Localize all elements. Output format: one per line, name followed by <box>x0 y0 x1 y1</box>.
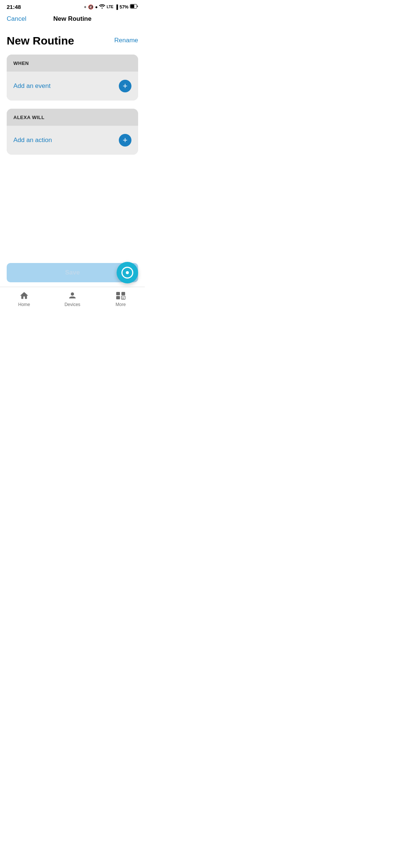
location-icon: ● <box>95 4 98 10</box>
svg-rect-1 <box>131 5 134 8</box>
home-icon <box>19 291 29 300</box>
rename-button[interactable]: Rename <box>114 34 138 44</box>
nav-label-devices: Devices <box>65 302 81 307</box>
nav-item-devices[interactable]: Devices <box>48 291 97 307</box>
nav-title: New Routine <box>53 15 92 23</box>
page-header: New Routine Rename <box>0 27 145 55</box>
bottom-nav: Home Devices + More <box>0 287 145 313</box>
svg-rect-3 <box>116 292 120 295</box>
alexa-icon <box>121 267 133 279</box>
when-section-label: WHEN <box>13 60 29 66</box>
add-action-row[interactable]: Add an action <box>7 126 138 155</box>
main-content: WHEN Add an event ALEXA WILL Add an acti… <box>0 55 145 211</box>
svg-rect-5 <box>116 296 120 299</box>
nav-label-more: More <box>115 302 125 307</box>
lte-icon: LTE <box>107 5 113 9</box>
svg-rect-4 <box>121 292 125 295</box>
when-section-header: WHEN <box>7 55 138 72</box>
cancel-button[interactable]: Cancel <box>7 15 26 23</box>
more-icon: + <box>115 291 126 300</box>
status-bar: 21:48 ⌖ 🔇 ● LTE ▐ 57% <box>0 0 145 12</box>
alexa-will-section-card: ALEXA WILL Add an action <box>7 109 138 155</box>
battery-icon <box>130 4 138 10</box>
add-action-button[interactable] <box>119 134 131 147</box>
alexa-will-section-label: ALEXA WILL <box>13 115 45 120</box>
signal-icon: ▐ <box>115 4 118 10</box>
page-title: New Routine <box>7 34 74 47</box>
status-icons: ⌖ 🔇 ● LTE ▐ 57% <box>84 4 138 10</box>
top-nav: Cancel New Routine <box>0 12 145 27</box>
battery-percent: 57% <box>120 4 128 10</box>
when-section-card: WHEN Add an event <box>7 55 138 101</box>
nav-item-more[interactable]: + More <box>97 291 145 307</box>
add-action-text: Add an action <box>13 137 52 144</box>
nav-item-home[interactable]: Home <box>0 291 48 307</box>
wifi-icon <box>99 4 105 10</box>
add-event-button[interactable] <box>119 80 131 92</box>
status-time: 21:48 <box>7 4 21 10</box>
mute-icon: 🔇 <box>88 4 94 10</box>
alexa-dot <box>126 271 129 274</box>
add-event-row[interactable]: Add an event <box>7 72 138 101</box>
content-spacer <box>0 211 145 259</box>
svg-point-2 <box>71 292 74 296</box>
nav-label-home: Home <box>18 302 30 307</box>
add-event-text: Add an event <box>13 82 50 90</box>
devices-icon <box>68 291 77 300</box>
bluetooth-icon: ⌖ <box>84 4 87 10</box>
alexa-will-section-header: ALEXA WILL <box>7 109 138 126</box>
alexa-fab-button[interactable] <box>117 262 138 283</box>
